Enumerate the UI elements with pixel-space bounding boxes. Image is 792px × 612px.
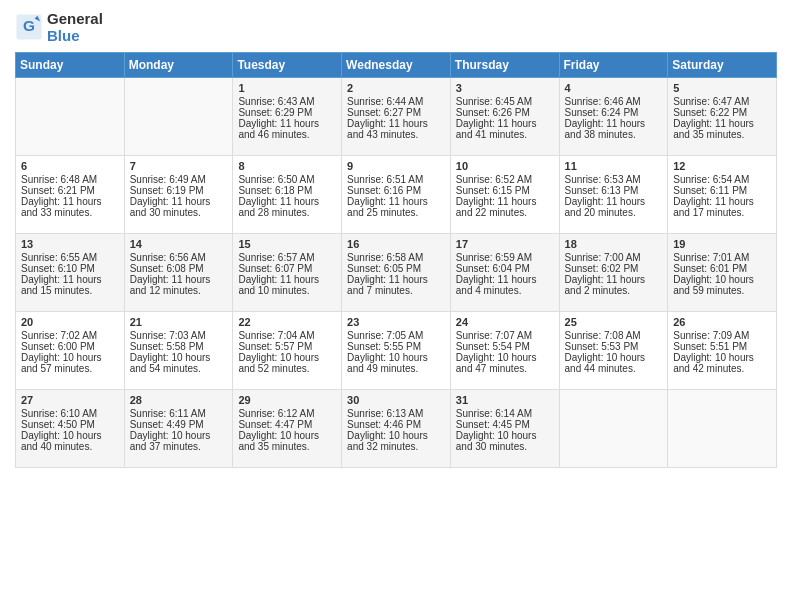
- day-cell: 5Sunrise: 6:47 AMSunset: 6:22 PMDaylight…: [668, 78, 777, 156]
- sunrise-text: Sunrise: 6:55 AM: [21, 252, 119, 263]
- day-number: 5: [673, 82, 771, 94]
- daylight-text: Daylight: 11 hours and 4 minutes.: [456, 274, 554, 296]
- sunset-text: Sunset: 6:26 PM: [456, 107, 554, 118]
- sunset-text: Sunset: 6:01 PM: [673, 263, 771, 274]
- day-number: 29: [238, 394, 336, 406]
- daylight-text: Daylight: 10 hours and 30 minutes.: [456, 430, 554, 452]
- day-cell: 9Sunrise: 6:51 AMSunset: 6:16 PMDaylight…: [342, 156, 451, 234]
- logo-icon: G: [15, 13, 43, 41]
- daylight-text: Daylight: 11 hours and 33 minutes.: [21, 196, 119, 218]
- daylight-text: Daylight: 10 hours and 59 minutes.: [673, 274, 771, 296]
- day-number: 11: [565, 160, 663, 172]
- day-cell: 31Sunrise: 6:14 AMSunset: 4:45 PMDayligh…: [450, 390, 559, 468]
- day-cell: 16Sunrise: 6:58 AMSunset: 6:05 PMDayligh…: [342, 234, 451, 312]
- day-cell: 2Sunrise: 6:44 AMSunset: 6:27 PMDaylight…: [342, 78, 451, 156]
- day-number: 25: [565, 316, 663, 328]
- sunset-text: Sunset: 6:22 PM: [673, 107, 771, 118]
- day-number: 23: [347, 316, 445, 328]
- sunset-text: Sunset: 5:51 PM: [673, 341, 771, 352]
- daylight-text: Daylight: 11 hours and 43 minutes.: [347, 118, 445, 140]
- sunset-text: Sunset: 6:11 PM: [673, 185, 771, 196]
- week-row-1: 1Sunrise: 6:43 AMSunset: 6:29 PMDaylight…: [16, 78, 777, 156]
- calendar-page: G General Blue SundayMondayTuesdayWednes…: [0, 0, 792, 612]
- daylight-text: Daylight: 11 hours and 12 minutes.: [130, 274, 228, 296]
- logo-text: General Blue: [47, 10, 103, 44]
- week-row-5: 27Sunrise: 6:10 AMSunset: 4:50 PMDayligh…: [16, 390, 777, 468]
- sunrise-text: Sunrise: 6:43 AM: [238, 96, 336, 107]
- sunrise-text: Sunrise: 6:14 AM: [456, 408, 554, 419]
- sunrise-text: Sunrise: 6:47 AM: [673, 96, 771, 107]
- daylight-text: Daylight: 10 hours and 49 minutes.: [347, 352, 445, 374]
- sunrise-text: Sunrise: 6:54 AM: [673, 174, 771, 185]
- sunrise-text: Sunrise: 6:12 AM: [238, 408, 336, 419]
- day-header-thursday: Thursday: [450, 53, 559, 78]
- day-cell: 12Sunrise: 6:54 AMSunset: 6:11 PMDayligh…: [668, 156, 777, 234]
- sunset-text: Sunset: 4:46 PM: [347, 419, 445, 430]
- sunrise-text: Sunrise: 7:07 AM: [456, 330, 554, 341]
- daylight-text: Daylight: 10 hours and 40 minutes.: [21, 430, 119, 452]
- day-cell: 30Sunrise: 6:13 AMSunset: 4:46 PMDayligh…: [342, 390, 451, 468]
- sunrise-text: Sunrise: 6:57 AM: [238, 252, 336, 263]
- day-cell: 22Sunrise: 7:04 AMSunset: 5:57 PMDayligh…: [233, 312, 342, 390]
- header-row: SundayMondayTuesdayWednesdayThursdayFrid…: [16, 53, 777, 78]
- daylight-text: Daylight: 11 hours and 25 minutes.: [347, 196, 445, 218]
- daylight-text: Daylight: 10 hours and 32 minutes.: [347, 430, 445, 452]
- day-number: 10: [456, 160, 554, 172]
- day-number: 30: [347, 394, 445, 406]
- day-number: 27: [21, 394, 119, 406]
- day-number: 24: [456, 316, 554, 328]
- daylight-text: Daylight: 11 hours and 10 minutes.: [238, 274, 336, 296]
- daylight-text: Daylight: 10 hours and 42 minutes.: [673, 352, 771, 374]
- header: G General Blue: [15, 10, 777, 44]
- day-number: 8: [238, 160, 336, 172]
- sunrise-text: Sunrise: 7:08 AM: [565, 330, 663, 341]
- daylight-text: Daylight: 11 hours and 7 minutes.: [347, 274, 445, 296]
- daylight-text: Daylight: 11 hours and 17 minutes.: [673, 196, 771, 218]
- day-cell: 28Sunrise: 6:11 AMSunset: 4:49 PMDayligh…: [124, 390, 233, 468]
- day-number: 6: [21, 160, 119, 172]
- day-cell: 11Sunrise: 6:53 AMSunset: 6:13 PMDayligh…: [559, 156, 668, 234]
- sunrise-text: Sunrise: 6:50 AM: [238, 174, 336, 185]
- day-cell: 13Sunrise: 6:55 AMSunset: 6:10 PMDayligh…: [16, 234, 125, 312]
- sunrise-text: Sunrise: 6:45 AM: [456, 96, 554, 107]
- daylight-text: Daylight: 11 hours and 15 minutes.: [21, 274, 119, 296]
- sunset-text: Sunset: 6:21 PM: [21, 185, 119, 196]
- day-cell: 15Sunrise: 6:57 AMSunset: 6:07 PMDayligh…: [233, 234, 342, 312]
- sunrise-text: Sunrise: 6:58 AM: [347, 252, 445, 263]
- daylight-text: Daylight: 11 hours and 2 minutes.: [565, 274, 663, 296]
- daylight-text: Daylight: 10 hours and 54 minutes.: [130, 352, 228, 374]
- sunrise-text: Sunrise: 6:48 AM: [21, 174, 119, 185]
- day-number: 19: [673, 238, 771, 250]
- day-number: 1: [238, 82, 336, 94]
- sunset-text: Sunset: 6:18 PM: [238, 185, 336, 196]
- sunrise-text: Sunrise: 6:53 AM: [565, 174, 663, 185]
- sunset-text: Sunset: 6:10 PM: [21, 263, 119, 274]
- daylight-text: Daylight: 10 hours and 52 minutes.: [238, 352, 336, 374]
- sunset-text: Sunset: 5:58 PM: [130, 341, 228, 352]
- day-number: 31: [456, 394, 554, 406]
- day-cell: 29Sunrise: 6:12 AMSunset: 4:47 PMDayligh…: [233, 390, 342, 468]
- day-cell: 27Sunrise: 6:10 AMSunset: 4:50 PMDayligh…: [16, 390, 125, 468]
- day-cell: 20Sunrise: 7:02 AMSunset: 6:00 PMDayligh…: [16, 312, 125, 390]
- sunset-text: Sunset: 6:04 PM: [456, 263, 554, 274]
- sunrise-text: Sunrise: 6:51 AM: [347, 174, 445, 185]
- week-row-3: 13Sunrise: 6:55 AMSunset: 6:10 PMDayligh…: [16, 234, 777, 312]
- sunrise-text: Sunrise: 6:44 AM: [347, 96, 445, 107]
- week-row-2: 6Sunrise: 6:48 AMSunset: 6:21 PMDaylight…: [16, 156, 777, 234]
- sunset-text: Sunset: 6:15 PM: [456, 185, 554, 196]
- day-number: 9: [347, 160, 445, 172]
- sunrise-text: Sunrise: 6:49 AM: [130, 174, 228, 185]
- daylight-text: Daylight: 10 hours and 35 minutes.: [238, 430, 336, 452]
- sunrise-text: Sunrise: 6:46 AM: [565, 96, 663, 107]
- sunrise-text: Sunrise: 7:01 AM: [673, 252, 771, 263]
- day-cell: 1Sunrise: 6:43 AMSunset: 6:29 PMDaylight…: [233, 78, 342, 156]
- sunrise-text: Sunrise: 7:00 AM: [565, 252, 663, 263]
- daylight-text: Daylight: 11 hours and 22 minutes.: [456, 196, 554, 218]
- day-number: 3: [456, 82, 554, 94]
- sunset-text: Sunset: 4:49 PM: [130, 419, 228, 430]
- day-number: 18: [565, 238, 663, 250]
- sunset-text: Sunset: 6:13 PM: [565, 185, 663, 196]
- sunrise-text: Sunrise: 7:02 AM: [21, 330, 119, 341]
- sunset-text: Sunset: 6:19 PM: [130, 185, 228, 196]
- sunrise-text: Sunrise: 6:52 AM: [456, 174, 554, 185]
